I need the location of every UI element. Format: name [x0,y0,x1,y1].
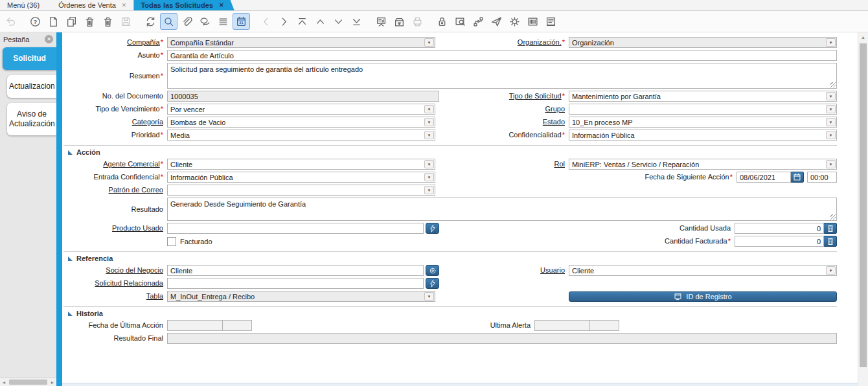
find-icon[interactable] [160,13,177,30]
chevron-down-icon[interactable]: ▼ [424,105,434,113]
chevron-down-icon[interactable]: ▼ [826,131,836,139]
chevron-down-icon[interactable]: ▼ [424,131,434,139]
resultado-field[interactable]: Generado Desde Seguimiento de Garantía [167,198,837,221]
patron-correo-label[interactable]: Patrón de Correo [63,186,167,194]
solicitud-relacionada-label[interactable]: Solicitud Relacionada [63,279,167,288]
delete-record-icon[interactable] [81,13,98,30]
organizacion-field[interactable]: Organización▼ [569,37,837,48]
grupo-label[interactable]: Grupo [446,105,569,113]
calculator-button[interactable] [823,236,837,247]
socio-negocio-field[interactable]: Cliente [167,265,424,276]
sidebar-tab-solicitud[interactable]: Solicitud [3,47,56,70]
hora-siguiente-accion-field[interactable]: 00:00 [807,172,837,183]
confidencialidad-field[interactable]: Información Pública▼ [569,130,837,141]
report-icon[interactable] [542,13,560,30]
last-record-icon[interactable] [348,13,365,30]
business-partner-info-button[interactable] [426,265,439,276]
sidebar-tab-aviso-actualizacion[interactable]: Aviso de Actualización [7,103,56,135]
tab-menu[interactable]: Menú (36) [0,0,51,10]
close-icon[interactable]: ✕ [219,3,224,8]
next-record-icon[interactable] [275,13,293,30]
send-mail-icon[interactable] [488,13,505,30]
detail-record-icon[interactable] [330,13,347,30]
no-documento-field[interactable]: 1000035 [167,91,439,102]
estado-field[interactable]: 10_En proceso MP▼ [569,117,837,128]
producto-usado-label[interactable]: Producto Usado [63,224,167,233]
agente-comercial-label[interactable]: Agente Comercial* [63,160,167,168]
tabla-label[interactable]: Tabla [63,292,167,301]
chevron-down-icon[interactable]: ▼ [826,266,836,275]
collapse-section-icon[interactable] [68,150,73,155]
parent-record-icon[interactable] [312,13,329,30]
rol-label[interactable]: Rol [446,160,569,168]
calendar-picker-button[interactable] [790,172,804,183]
workflow-icon[interactable] [470,13,487,30]
change-log-icon[interactable] [214,13,232,30]
prioridad-field[interactable]: Media▼ [167,130,435,141]
tipo-vencimiento-field[interactable]: Por vencer▼ [167,104,435,115]
attachment-icon[interactable] [178,13,196,30]
scrollbar-thumb[interactable] [9,380,47,385]
help-icon[interactable]: ? [27,13,44,30]
archive-icon[interactable] [391,13,408,30]
resize-handle[interactable] [830,214,836,220]
preferences-icon[interactable] [506,13,523,30]
collapse-panel-icon[interactable]: ✕ [45,35,53,43]
compania-label[interactable]: Compañía* [63,38,167,47]
collapse-section-icon[interactable] [68,312,73,316]
request-search-button[interactable] [426,278,439,289]
collapse-section-icon[interactable] [68,256,73,261]
fecha-siguiente-accion-field[interactable]: 08/06/2021 [737,172,791,183]
new-record-icon[interactable] [45,13,62,30]
compania-field[interactable]: Compañía Estándar▼ [167,37,435,48]
grid-toggle-icon[interactable] [372,13,390,30]
chevron-down-icon[interactable]: ▼ [424,118,434,126]
zoom-across-icon[interactable] [451,13,469,30]
usuario-field[interactable]: Cliente▼ [569,265,837,276]
chevron-down-icon[interactable]: ▼ [826,38,836,47]
solicitud-relacionada-field[interactable] [167,278,424,289]
chevron-down-icon[interactable]: ▼ [424,173,434,181]
calculator-button[interactable] [823,223,837,234]
copy-record-icon[interactable] [63,13,80,30]
id-registro-button[interactable]: ID de Registro [569,291,837,302]
entrada-confidencial-field[interactable]: Información Pública▼ [167,172,435,183]
patron-correo-field[interactable]: ▼ [167,185,435,196]
tipo-solicitud-label[interactable]: Tipo de Solicitud* [446,92,569,100]
sidebar-horizontal-scrollbar[interactable]: ◄ ► [0,378,56,386]
first-record-icon[interactable] [293,13,311,30]
close-icon[interactable]: ✕ [122,3,127,8]
tab-todas-solicitudes[interactable]: Todas las Solicitudes ✕ [133,0,234,10]
rol-field[interactable]: MiniERP: Ventas / Servicio / Reparación▼ [569,159,837,170]
save-icon[interactable] [117,13,135,30]
tabla-field[interactable]: M_InOut_Entrega / Recibo▼ [167,291,435,302]
cantidad-usada-field[interactable]: 0 [735,223,824,234]
chevron-down-icon[interactable]: ▼ [826,92,836,100]
requery-icon[interactable] [142,13,159,30]
categoria-label[interactable]: Categoría [63,118,167,126]
tipo-solicitud-field[interactable]: Mantenimiento por Garantía▼ [569,91,837,102]
cantidad-facturada-field[interactable]: 0 [735,236,824,247]
print-icon[interactable] [409,13,426,30]
categoria-field[interactable]: Bombas de Vacio▼ [167,117,435,128]
facturado-checkbox[interactable] [167,237,176,246]
delete-selection-icon[interactable] [99,13,117,30]
product-search-button[interactable] [426,223,439,234]
producto-usado-field[interactable] [167,223,424,234]
chevron-down-icon[interactable]: ▼ [424,186,434,194]
socio-negocio-label[interactable]: Socio del Negocio [63,266,167,275]
scroll-right-icon[interactable]: ► [49,380,56,385]
chevron-down-icon[interactable]: ▼ [826,160,836,168]
lock-icon[interactable] [433,13,451,30]
scrollbar-thumb[interactable] [860,43,867,367]
resumen-field[interactable]: Solicitud para seguimiento de garantía d… [167,63,837,89]
organizacion-label[interactable]: Organización.* [446,38,569,47]
grupo-field[interactable]: ▼ [569,104,837,115]
resize-handle[interactable] [830,82,836,87]
chevron-down-icon[interactable]: ▼ [424,38,434,47]
chevron-down-icon[interactable]: ▼ [826,105,836,113]
sidebar-tab-actualizaciones[interactable]: Actualizaciones [7,75,56,98]
process-icon[interactable] [524,13,542,30]
chevron-down-icon[interactable]: ▼ [826,118,836,126]
estado-label[interactable]: Estado [446,118,569,126]
